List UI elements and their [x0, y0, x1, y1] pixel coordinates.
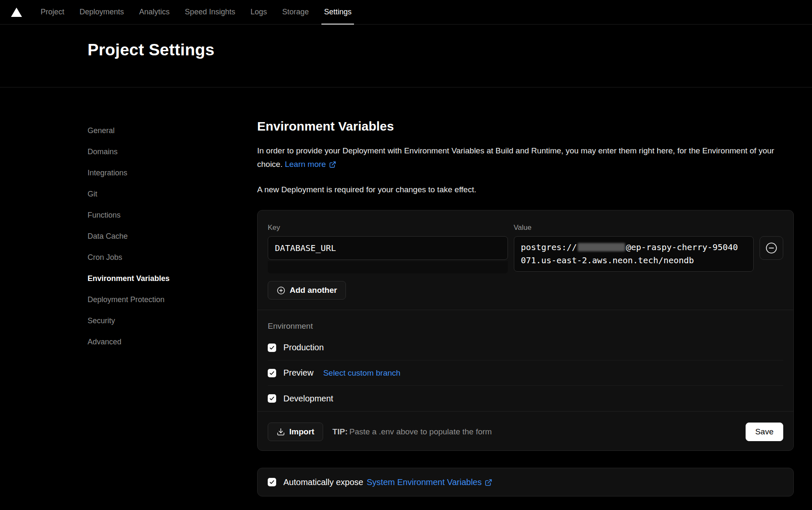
- remove-row-button[interactable]: [760, 236, 783, 260]
- env-row-preview: Preview Select custom branch: [268, 360, 783, 386]
- content: General Domains Integrations Git Functio…: [0, 87, 812, 496]
- main-panel: Environment Variables In order to provid…: [257, 87, 812, 496]
- check-icon: [269, 395, 275, 401]
- sidebar-item-git[interactable]: Git: [88, 190, 257, 198]
- top-nav: Project Deployments Analytics Speed Insi…: [0, 0, 812, 25]
- nav-item-analytics[interactable]: Analytics: [139, 0, 170, 25]
- tip-body: Paste a .env above to populate the form: [349, 427, 492, 436]
- development-label: Development: [283, 394, 333, 404]
- triangle-icon: [11, 8, 22, 17]
- vercel-logo-icon[interactable]: [11, 8, 28, 17]
- env-row-production: Production: [268, 335, 783, 360]
- sidebar-item-security[interactable]: Security: [88, 316, 257, 325]
- page-header: Project Settings: [0, 25, 812, 87]
- value-host-part2: 071.us-east-2.aws.neon.tech/neondb: [521, 254, 747, 267]
- card-footer: Import TIP:Paste a .env above to populat…: [258, 411, 793, 450]
- download-icon: [277, 428, 285, 436]
- key-label: Key: [268, 223, 508, 232]
- nav-item-logs[interactable]: Logs: [250, 0, 267, 25]
- system-env-link-label: System Environment Variables: [367, 477, 482, 487]
- section-description: In order to provide your Deployment with…: [257, 144, 794, 171]
- empty-input-row: [268, 261, 508, 273]
- key-input[interactable]: [268, 236, 508, 260]
- key-value-form: Key Value postgres://@ep-raspy-cherry-95…: [258, 210, 793, 310]
- value-prefix: postgres://: [521, 242, 577, 252]
- external-link-icon: [329, 161, 336, 168]
- sidebar-item-general[interactable]: General: [88, 126, 257, 135]
- external-link-icon: [485, 479, 492, 486]
- key-column: Key: [268, 223, 508, 273]
- env-row-development: Development: [268, 386, 783, 411]
- sidebar-item-environment-variables[interactable]: Environment Variables: [88, 274, 257, 283]
- preview-label: Preview: [283, 368, 313, 378]
- sidebar-item-deployment-protection[interactable]: Deployment Protection: [88, 295, 257, 304]
- import-label: Import: [289, 427, 314, 436]
- sidebar-item-domains[interactable]: Domains: [88, 147, 257, 156]
- tip-label: TIP:: [332, 427, 348, 436]
- development-checkbox[interactable]: [268, 394, 276, 403]
- page-title: Project Settings: [88, 41, 812, 59]
- check-icon: [269, 370, 275, 376]
- value-input[interactable]: postgres://@ep-raspy-cherry-95040071.us-…: [514, 236, 754, 272]
- sidebar-item-functions[interactable]: Functions: [88, 211, 257, 219]
- check-icon: [269, 479, 275, 485]
- section-title: Environment Variables: [257, 119, 794, 134]
- production-label: Production: [283, 343, 324, 352]
- redeploy-note: A new Deployment is required for your ch…: [257, 183, 794, 196]
- settings-sidebar: General Domains Integrations Git Functio…: [0, 87, 257, 496]
- nav-item-settings[interactable]: Settings: [324, 0, 351, 25]
- system-env-card: Automatically expose System Environment …: [257, 468, 794, 496]
- value-host-part1: @ep-raspy-cherry-95040: [626, 242, 738, 252]
- environment-section: Environment Production Preview Select cu…: [258, 310, 793, 411]
- sidebar-item-cron-jobs[interactable]: Cron Jobs: [88, 253, 257, 262]
- sidebar-item-integrations[interactable]: Integrations: [88, 169, 257, 177]
- value-column: Value postgres://@ep-raspy-cherry-950400…: [514, 223, 754, 272]
- sidebar-item-advanced[interactable]: Advanced: [88, 338, 257, 346]
- system-env-variables-link[interactable]: System Environment Variables: [367, 477, 492, 487]
- value-label: Value: [514, 223, 754, 232]
- nav-item-project[interactable]: Project: [41, 0, 64, 25]
- env-var-form-card: Key Value postgres://@ep-raspy-cherry-95…: [257, 210, 794, 451]
- import-button[interactable]: Import: [268, 423, 323, 441]
- add-another-label: Add another: [290, 286, 337, 295]
- nav-item-speed-insights[interactable]: Speed Insights: [185, 0, 235, 25]
- tip-text: TIP:Paste a .env above to populate the f…: [332, 427, 492, 436]
- learn-more-label: Learn more: [285, 160, 326, 169]
- expose-label: Automatically expose: [283, 477, 363, 487]
- redacted-secret-block: [578, 243, 625, 251]
- environment-label: Environment: [268, 321, 783, 331]
- nav-item-storage[interactable]: Storage: [282, 0, 309, 25]
- minus-circle-icon: [765, 242, 778, 254]
- preview-checkbox[interactable]: [268, 369, 276, 377]
- sidebar-item-data-cache[interactable]: Data Cache: [88, 232, 257, 240]
- plus-circle-icon: [277, 286, 285, 295]
- select-custom-branch-link[interactable]: Select custom branch: [323, 368, 401, 378]
- check-icon: [269, 345, 275, 351]
- learn-more-link[interactable]: Learn more: [285, 160, 336, 169]
- nav-item-deployments[interactable]: Deployments: [80, 0, 124, 25]
- save-button[interactable]: Save: [746, 423, 783, 441]
- production-checkbox[interactable]: [268, 344, 276, 352]
- expose-checkbox[interactable]: [268, 478, 276, 486]
- add-another-button[interactable]: Add another: [268, 281, 346, 300]
